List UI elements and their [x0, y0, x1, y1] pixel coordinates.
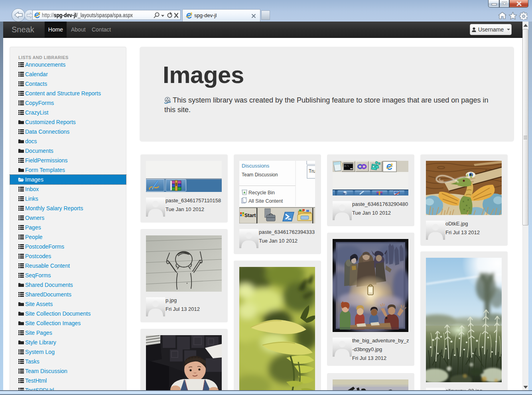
svg-text:Tru: Tru — [309, 168, 315, 174]
svg-text:Discussions: Discussions — [242, 163, 270, 169]
svg-text:Recycle Bin: Recycle Bin — [248, 190, 275, 196]
svg-text:Team Discussion: Team Discussion — [242, 172, 278, 178]
svg-text:Start: Start — [244, 213, 256, 218]
svg-text:C:\: C:\ — [345, 165, 349, 168]
svg-text:All Site Content: All Site Content — [248, 198, 283, 204]
